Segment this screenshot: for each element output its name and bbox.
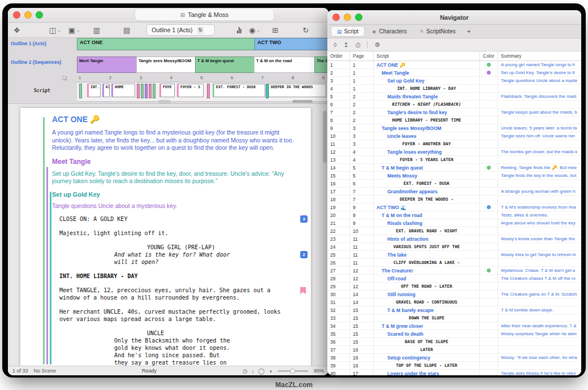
- cell-order[interactable]: 25: [327, 251, 350, 258]
- act-heading[interactable]: ACT ONE 🔑: [52, 115, 294, 124]
- table-row[interactable]: 41INT. HOME LIBRARY - DAY: [327, 85, 581, 93]
- cell-script[interactable]: TOP OF THE SLOPE - LATER: [374, 362, 480, 369]
- cell-script[interactable]: Set up Gold Key: [374, 77, 480, 84]
- table-row[interactable]: 2912OFF THE ROAD - LATER: [327, 283, 581, 291]
- scene-timeline-block[interactable]: INT.: [87, 84, 101, 97]
- cell-script[interactable]: T & M on the road: [374, 211, 480, 219]
- comment-icon[interactable]: ❏: [62, 75, 67, 81]
- cell-summary[interactable]: Mossy's kinda cooler than Tangle tho: [498, 235, 581, 242]
- cell-summary[interactable]: Mossy surprises Tangle when he adm: [498, 330, 581, 337]
- cell-summary[interactable]: Flashback: Tangle discovers the maid: [498, 93, 581, 100]
- cell-summary[interactable]: T & M tumble down-slope.: [498, 306, 581, 314]
- cell-summary[interactable]: Tangle asks Mossy if he'd like to retur: [498, 370, 581, 375]
- sidebar-toggle-button[interactable]: ◫ ⌄: [49, 26, 61, 34]
- cell-script[interactable]: Grandmother appears: [374, 188, 480, 195]
- table-row[interactable]: 2511The lakeMossy tries to get Tangle to…: [327, 251, 581, 259]
- bookmark-icon[interactable]: [300, 287, 306, 294]
- cell-order[interactable]: 2: [327, 69, 350, 76]
- cell-page[interactable]: 4: [350, 156, 374, 163]
- close-button[interactable]: [13, 11, 20, 19]
- cell-color[interactable]: [480, 85, 498, 92]
- cell-page[interactable]: 1: [350, 85, 374, 92]
- cell-color[interactable]: [480, 132, 498, 140]
- cell-color[interactable]: [480, 101, 498, 108]
- cell-page[interactable]: 7: [350, 188, 374, 195]
- cell-color[interactable]: [480, 330, 498, 337]
- cell-order[interactable]: 33: [327, 314, 350, 322]
- table-row[interactable]: 2311Hints of attractionMossy's kinda coo…: [327, 235, 581, 243]
- act-block[interactable]: ACT TWO: [254, 38, 328, 50]
- table-row[interactable]: 2812Off-roadThe Creature chases T & M of…: [327, 275, 581, 283]
- cell-script[interactable]: Rivals clashing: [374, 219, 480, 227]
- sequence-block[interactable]: The Creat: [314, 57, 328, 73]
- cell-summary[interactable]: [498, 227, 581, 235]
- cell-script[interactable]: Off-road: [374, 275, 480, 282]
- cell-script[interactable]: KITCHEN - NIGHT (FLASHBACK): [374, 101, 480, 108]
- cell-summary[interactable]: After their near-death experience, T &: [498, 322, 581, 330]
- cell-color[interactable]: [480, 203, 498, 211]
- page-content[interactable]: ACT ONE 🔑A young girl named Tangle longs…: [20, 108, 311, 366]
- column-header-page[interactable]: Page: [350, 51, 374, 60]
- cell-order[interactable]: 18: [327, 196, 350, 203]
- split-view-icon[interactable]: ▥: [93, 26, 100, 34]
- cell-script[interactable]: LATER: [374, 346, 480, 353]
- color-dot[interactable]: [487, 268, 491, 272]
- shot-line[interactable]: CLOSE ON: A GOLD KEY3: [52, 215, 294, 223]
- visibility-button[interactable]: ◉ ⌄: [249, 26, 260, 34]
- scriptnote-badge[interactable]: 3: [300, 215, 308, 223]
- cell-color[interactable]: [480, 188, 498, 195]
- grid-view-icon[interactable]: ⊞: [272, 26, 278, 34]
- cell-script[interactable]: T & M barely escape: [374, 306, 480, 314]
- color-dot[interactable]: [487, 166, 491, 170]
- cell-page[interactable]: 11: [350, 235, 374, 242]
- focus-mode-icon[interactable]: ◑: [269, 368, 272, 374]
- cell-color[interactable]: [480, 172, 498, 179]
- cell-script[interactable]: T & M begin quest: [374, 164, 480, 171]
- cell-summary[interactable]: [498, 196, 581, 203]
- timeline-resize-handle[interactable]: [158, 100, 171, 103]
- cell-summary[interactable]: Mossy: "If we lose each other, for wha: [498, 354, 581, 361]
- scene-timeline-block[interactable]: DEEPER IN THE WOODS: [267, 84, 326, 97]
- table-row[interactable]: 2411VARIOUS SPOTS JUST OFF THE: [327, 243, 581, 251]
- cell-order[interactable]: 11: [327, 140, 350, 148]
- cell-order[interactable]: 23: [327, 235, 350, 242]
- table-row[interactable]: 2712The Creature!Mysterious. Chase. T & …: [327, 267, 581, 275]
- view-mode-button[interactable]: ▣ ⌄: [68, 26, 80, 34]
- scene-heading[interactable]: INT. HOME LIBRARY - DAY: [52, 272, 294, 280]
- dictation-icon[interactable]: ↓: [252, 368, 254, 374]
- cell-page[interactable]: 16: [350, 354, 374, 361]
- character-name[interactable]: UNCLE: [52, 330, 294, 337]
- minimize-button[interactable]: [24, 11, 32, 19]
- clock-icon[interactable]: ◷: [243, 368, 248, 374]
- cell-order[interactable]: 32: [327, 306, 350, 314]
- print-icon[interactable]: ⎙: [356, 41, 361, 49]
- table-row[interactable]: 209T & M on the roadTests, allies & enem…: [327, 211, 581, 219]
- cell-order[interactable]: 1: [327, 61, 350, 68]
- share-icon[interactable]: ↥: [343, 41, 348, 49]
- cell-summary[interactable]: [498, 314, 581, 322]
- cell-summary[interactable]: The bombs get closer, but the maids k: [498, 148, 581, 155]
- table-row[interactable]: 166EXT. FOREST - DUSK: [327, 180, 581, 188]
- table-row[interactable]: 3916TOP OF THE SLOPE - LATER: [327, 362, 581, 370]
- cell-script[interactable]: VARIOUS SPOTS JUST OFF THE: [374, 243, 480, 250]
- cell-page[interactable]: 14: [350, 298, 374, 306]
- clipboard-icon[interactable]: ▤: [123, 26, 130, 34]
- table-row[interactable]: 134FOYER - 5 YEARS LATER: [327, 156, 581, 164]
- cell-page[interactable]: 15: [350, 330, 374, 337]
- cell-script[interactable]: Hints of attraction: [374, 235, 480, 242]
- cell-color[interactable]: [480, 148, 498, 155]
- cell-script[interactable]: FOYER - 5 YEARS LATER: [374, 156, 480, 163]
- action-text[interactable]: Her merchant UNCLE, 40s, curved mustache…: [52, 308, 292, 323]
- cell-page[interactable]: 4: [350, 148, 374, 155]
- cell-summary[interactable]: Uncle leaves. 5 years later: a bomb ta: [498, 124, 581, 132]
- cell-summary[interactable]: A young girl named Tangle longs to fi: [498, 61, 581, 68]
- cell-summary[interactable]: [498, 283, 581, 290]
- table-row[interactable]: 2210EXT. GRAVEL ROAD - NIGHT: [327, 227, 581, 235]
- cell-script[interactable]: DEEPER IN THE WOODS -: [374, 196, 480, 203]
- table-row[interactable]: 3014Still runningThe Creature gains on T…: [327, 291, 581, 298]
- cell-summary[interactable]: [498, 101, 581, 108]
- cell-script[interactable]: Meet Tangle: [374, 69, 480, 76]
- cell-page[interactable]: 12: [350, 283, 374, 290]
- table-row[interactable]: 3716LATER: [327, 346, 581, 354]
- stats-chart-icon[interactable]: [237, 27, 241, 33]
